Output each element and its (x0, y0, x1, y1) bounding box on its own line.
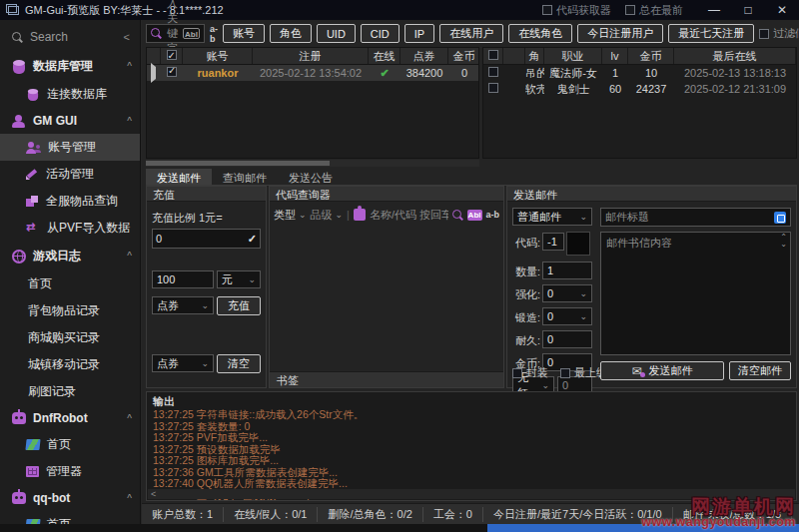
maximize-button[interactable]: □ (731, 3, 765, 17)
col-online[interactable]: 在线 (369, 48, 400, 64)
tab-query-mail[interactable]: 查询邮件 (212, 169, 278, 185)
sidebar-item-shop-log[interactable]: 商城购买记录 (0, 324, 140, 351)
keyword-search-input[interactable]: 输入关键字查找 Abl (146, 24, 205, 43)
col-character-name[interactable]: 角色名 (525, 48, 544, 64)
col-job[interactable]: 职业 (544, 48, 602, 64)
row-expander-icon[interactable] (151, 63, 156, 83)
ratio-input[interactable]: 0 ✓ (152, 229, 261, 249)
spinner-arrows-icon[interactable]: ⌃⌄ (780, 234, 787, 248)
sidebar-item-move-log[interactable]: 城镇移动记录 (0, 351, 140, 378)
checkbox-icon[interactable] (560, 368, 570, 378)
checkbox-icon[interactable] (759, 29, 769, 39)
mail-body-textarea[interactable]: 邮件书信内容 ⌃⌄ (600, 232, 791, 355)
sidebar-item-dungeon-log[interactable]: 刷图记录 (0, 378, 140, 405)
query-cid-button[interactable]: CID (361, 24, 400, 43)
sidebar-group-game-log[interactable]: 游戏日志 ^ (0, 242, 140, 270)
durability-input[interactable]: 0 (542, 330, 592, 348)
sidebar-item-robot-home[interactable]: 首页 (0, 431, 140, 458)
col-points[interactable]: 点券 (400, 48, 448, 64)
recharge-button[interactable]: 充值 (217, 296, 261, 315)
row-checkbox[interactable] (488, 83, 498, 93)
output-log[interactable]: 输出 13:27:25 字符串链接::成功载入26个Str文件。 13:27:2… (146, 391, 797, 501)
grade-select[interactable]: 品级⌄ (311, 208, 344, 223)
sidebar-group-qqbot[interactable]: qq-bot ^ (0, 485, 140, 511)
subject-input[interactable]: 邮件标题 (600, 208, 791, 227)
bookmark-bar[interactable]: 书签 (270, 371, 503, 387)
chevron-up-icon[interactable]: ^ (127, 493, 132, 504)
qty-input[interactable]: 1 (542, 262, 592, 279)
sidebar-group-dnfrobot[interactable]: DnfRobot ^ (0, 405, 140, 431)
sidebar-item-robot-manager[interactable]: 管理器 (0, 458, 140, 485)
select-all-checkbox[interactable] (167, 50, 177, 60)
unit-select[interactable]: 元⌄ (217, 270, 261, 288)
sidebar-item-account-manage[interactable]: 账号管理 (0, 134, 140, 161)
sidebar-collapse-icon[interactable]: < (124, 31, 130, 43)
today-registered-button[interactable]: 今日注册用户 (577, 24, 663, 43)
sidebar-item-pvf-import[interactable]: 从PVF导入数据 (0, 215, 140, 242)
code-input[interactable]: -1 (542, 233, 564, 251)
ab-toggle[interactable]: a-b (210, 24, 218, 44)
sidebar-item-activity-manage[interactable]: 活动管理 (0, 161, 140, 188)
scrollbar-thumb[interactable] (146, 161, 330, 166)
character-table-row[interactable]: 软壳源码网 鬼剑士 60 24237 2025-02-12 21:31:09 (483, 81, 796, 97)
checkbox-icon[interactable] (542, 5, 552, 15)
filter-fake-checkbox[interactable]: 过滤假人 (759, 26, 799, 41)
checkbox-icon[interactable] (625, 5, 635, 15)
code-search-input[interactable]: 名称/代码 按回车查找 (370, 208, 448, 223)
query-character-button[interactable]: 角色 (270, 24, 312, 43)
online-users-button[interactable]: 在线用户 (439, 24, 503, 43)
col-account[interactable]: 账号 (183, 48, 253, 64)
code-getter-checkbox[interactable]: 代码获取器 (542, 3, 611, 18)
character-table-row[interactable]: 吊的不行 魔法师-女 1 10 2025-02-13 13:18:13 (483, 65, 796, 81)
amount-input[interactable]: 100 (152, 270, 214, 288)
tab-send-announcement[interactable]: 发送公告 (278, 169, 344, 185)
query-ip-button[interactable]: IP (404, 24, 434, 43)
enhance-select[interactable]: 0⌄ (542, 284, 592, 302)
col-level[interactable]: lv (602, 48, 628, 64)
sidebar-item-connect-database[interactable]: 连接数据库 (0, 81, 140, 108)
mail-type-select[interactable]: 普通邮件⌄ (512, 208, 592, 226)
account-table-row[interactable]: ruankor 2025-02-12 13:54:02 ✔ 384200 0 1… (147, 65, 478, 81)
sidebar-item-item-query[interactable]: 全服物品查询 (0, 188, 140, 215)
checkbox-icon[interactable] (512, 368, 522, 378)
scroll-left-arrow-icon[interactable]: < (151, 489, 156, 499)
forge-select[interactable]: 0⌄ (542, 307, 592, 325)
select-all-checkbox[interactable] (488, 50, 498, 60)
col-registered[interactable]: 注册 (253, 48, 369, 64)
clear-mail-button[interactable]: 清空邮件 (729, 361, 791, 380)
emoji-icon[interactable] (774, 212, 786, 224)
sidebar-item-bag-log[interactable]: 背包物品记录 (0, 297, 140, 324)
abl-icon[interactable]: Abl (183, 28, 200, 39)
query-uid-button[interactable]: UID (317, 24, 356, 43)
chevron-up-icon[interactable]: ^ (127, 116, 132, 127)
sidebar-group-database[interactable]: 数据库管理 ^ (0, 52, 140, 81)
row-checkbox[interactable] (488, 67, 498, 77)
tab-send-mail[interactable]: 发送邮件 (146, 169, 212, 185)
ab-toggle[interactable]: a-b (486, 210, 500, 220)
col-gold[interactable]: 金币 (448, 48, 479, 64)
chevron-up-icon[interactable]: ^ (127, 413, 132, 424)
item-icon-preview[interactable] (566, 232, 590, 256)
close-button[interactable]: ✕ (765, 3, 799, 17)
type-select[interactable]: 类型⌄ (274, 208, 307, 223)
clear-currency-select[interactable]: 点券⌄ (152, 354, 214, 372)
minimize-button[interactable]: — (697, 3, 731, 17)
item-code-icon[interactable] (354, 209, 366, 221)
sidebar-search[interactable]: Search < (0, 20, 140, 52)
sidebar-item-qqbot-home[interactable]: 首页 (0, 511, 140, 524)
sidebar-group-gm-gui[interactable]: GM GUI ^ (0, 108, 140, 134)
currency-select[interactable]: 点券⌄ (152, 296, 214, 314)
check-icon[interactable]: ✓ (248, 233, 257, 246)
seal-checkbox[interactable]: 封装 (512, 365, 548, 380)
last7days-registered-button[interactable]: 最近七天注册 (668, 24, 754, 43)
col-last-online[interactable]: 最后在线 (674, 48, 796, 64)
query-account-button[interactable]: 账号 (223, 24, 265, 43)
online-characters-button[interactable]: 在线角色 (508, 24, 572, 43)
always-on-top-checkbox[interactable]: 总在最前 (625, 3, 683, 18)
row-checkbox[interactable] (167, 67, 177, 77)
clear-currency-button[interactable]: 清空 (217, 354, 261, 373)
col-gold[interactable]: 金币 (628, 48, 674, 64)
abl-icon[interactable]: Abl (467, 210, 482, 221)
horizontal-scrollbar[interactable] (146, 160, 479, 167)
chevron-up-icon[interactable]: ^ (127, 61, 132, 72)
